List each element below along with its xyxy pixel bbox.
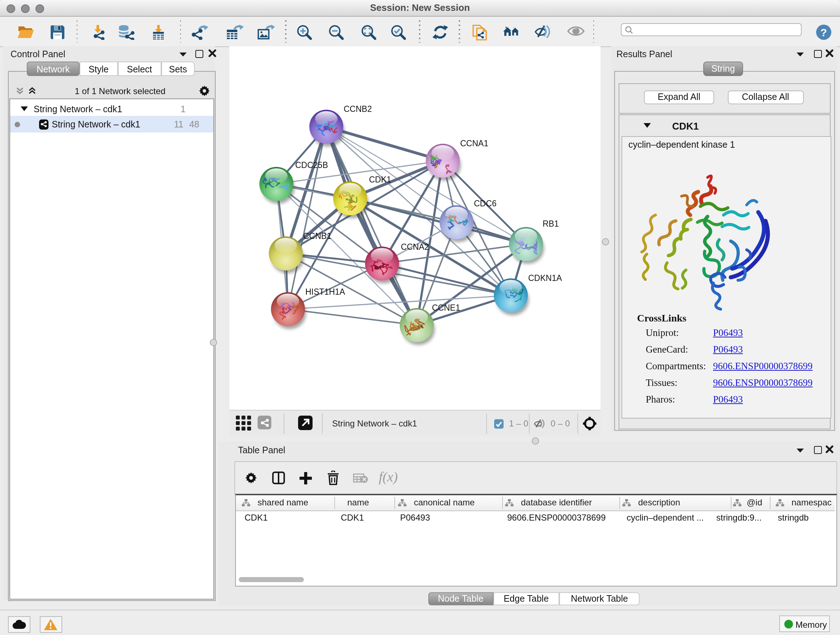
svg-text:CCNE1: CCNE1 (432, 303, 460, 312)
svg-text:CCNB1: CCNB1 (303, 231, 332, 241)
svg-text:RB1: RB1 (543, 219, 559, 228)
svg-text:CDK1: CDK1 (369, 175, 391, 184)
svg-text:CCNA2: CCNA2 (401, 242, 429, 252)
svg-text:CDC6: CDC6 (474, 199, 497, 208)
svg-text:CDC25B: CDC25B (295, 160, 328, 170)
svg-text:CCNB2: CCNB2 (344, 104, 372, 114)
svg-text:CCNA1: CCNA1 (460, 139, 488, 148)
svg-text:HIST1H1A: HIST1H1A (305, 287, 346, 296)
svg-text:CDKN1A: CDKN1A (528, 273, 562, 283)
